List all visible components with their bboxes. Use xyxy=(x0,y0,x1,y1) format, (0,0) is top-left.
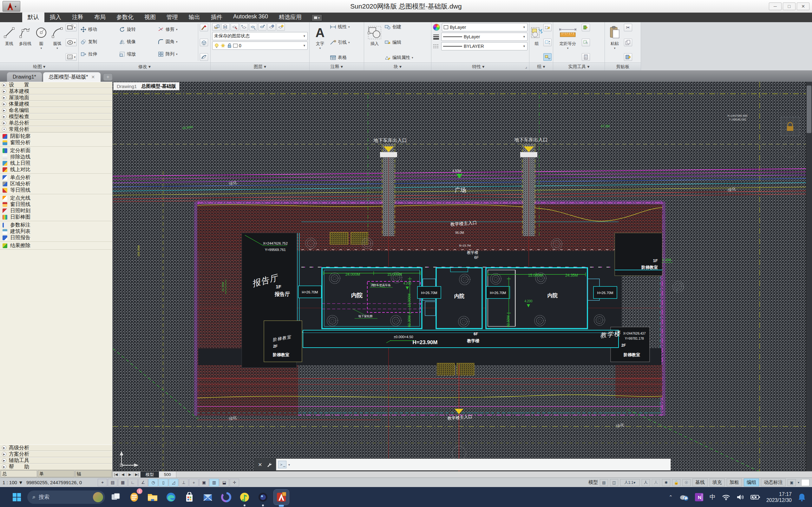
sidebar-item[interactable]: 区域分析 xyxy=(0,181,112,187)
arc-button[interactable]: 圆弧▾ xyxy=(50,23,65,61)
sidebar-item[interactable]: 建筑列表 xyxy=(0,228,112,234)
hatch-button[interactable]: ▾ xyxy=(66,53,77,61)
panel-label-properties[interactable]: 特性 ▾ ⌟ xyxy=(432,62,529,70)
scale-button[interactable]: 缩放 xyxy=(119,51,158,57)
text-button[interactable]: A 文字▾ xyxy=(311,23,329,61)
ribbon-tab-9[interactable]: Autodesk 360 xyxy=(228,12,273,22)
group-add-remove-icon[interactable] xyxy=(543,39,552,46)
table-button[interactable]: 表格 xyxy=(330,55,350,61)
touch-icon[interactable]: ☉ xyxy=(682,479,691,486)
layer-isolate-icon[interactable] xyxy=(249,23,257,31)
sidebar-item[interactable]: 结果擦除 xyxy=(0,242,112,249)
stretch-button[interactable]: 拉伸 xyxy=(80,51,119,57)
quick-view-drawings-icon[interactable]: ◫ xyxy=(610,479,618,486)
ribbon-tab-6[interactable]: 管理 xyxy=(161,12,183,22)
command-close-icon[interactable]: ✕ xyxy=(258,462,262,468)
mail-app-button[interactable] xyxy=(200,490,215,505)
panel-label-draw[interactable]: 绘图 ▾ xyxy=(0,62,78,70)
insert-block-button[interactable]: 插入 xyxy=(366,23,384,61)
sidebar-header[interactable]: ▶高级分析 xyxy=(0,445,112,451)
lineweight-icon[interactable] xyxy=(433,34,439,40)
autoscale-icon[interactable]: 人 xyxy=(652,479,660,486)
edge-browser-button[interactable] xyxy=(163,490,179,505)
ribbon-tab-7[interactable]: 输出 xyxy=(183,12,206,22)
trim-button[interactable]: 修剪▾ xyxy=(158,26,196,33)
sidebar-item[interactable]: 阴影轮廓 xyxy=(0,133,112,139)
mirror-button[interactable]: 镜像 xyxy=(119,39,158,45)
ribbon-tab-2[interactable]: 注释 xyxy=(67,12,89,22)
ribbon-tab-8[interactable]: 插件 xyxy=(206,12,228,22)
layer-dropdown[interactable]: 0 ▼ xyxy=(212,42,308,50)
paste-special-icon[interactable] xyxy=(624,53,632,61)
line-button[interactable]: 直线 xyxy=(2,23,17,61)
sidebar-header[interactable]: ▶基本建模 xyxy=(0,88,112,95)
panel-label-modify[interactable]: 修改 ▾ xyxy=(79,62,210,70)
layer-settings-icon[interactable] xyxy=(267,23,275,31)
ribbon-tab-5[interactable]: 视图 xyxy=(139,12,161,22)
bold-toggle[interactable]: 加粗 xyxy=(727,478,742,487)
linetype-dropdown[interactable]: BYLAYER▼ xyxy=(441,42,527,50)
sidebar-tab-radiation[interactable]: 辐 xyxy=(75,470,112,477)
tray-settings-icon[interactable]: ▣ xyxy=(788,479,796,486)
annotation-visibility-icon[interactable]: 人 xyxy=(642,479,650,486)
clean-screen-icon[interactable] xyxy=(801,479,809,486)
sidebar-item[interactable]: 等日照线 xyxy=(0,187,112,193)
layer-state-dropdown[interactable]: 未保存的图层状态▼ xyxy=(212,32,308,40)
copy-clip-icon[interactable] xyxy=(624,39,632,46)
canvas-tab-active[interactable]: 总图模型-基础版 xyxy=(141,83,176,89)
move-button[interactable]: 移动 xyxy=(80,26,119,33)
rectangle-button[interactable]: ▾ xyxy=(66,24,77,32)
panel-label-layers[interactable]: 图层 ▾ xyxy=(211,62,309,70)
object-color-dropdown[interactable]: ByLayer▼ xyxy=(442,23,527,32)
measure-button[interactable]: 定距等分▾ xyxy=(555,23,581,61)
file-tab-active[interactable]: 总图模型-基础版*✕ xyxy=(43,72,101,82)
sidebar-item[interactable]: 单点分析 xyxy=(0,174,112,181)
file-explorer-button[interactable] xyxy=(145,490,160,505)
quick-calc-select-icon[interactable] xyxy=(582,39,590,46)
taskbar-clock[interactable]: 17:17 2023/12/30 xyxy=(766,491,792,503)
wifi-icon[interactable] xyxy=(722,494,730,500)
leader-button[interactable]: 引线▾ xyxy=(330,39,350,46)
fillet-button[interactable]: 圆角▾ xyxy=(158,39,196,45)
quick-view-layouts-icon[interactable]: ▤ xyxy=(600,479,608,486)
sidebar-item[interactable]: 排除边线 xyxy=(0,154,112,160)
canvas-tab-drawing1[interactable]: Drawing1 xyxy=(117,83,137,89)
notification-bell-icon[interactable] xyxy=(798,493,806,501)
ellipse-button[interactable]: ▾ xyxy=(66,39,77,46)
panel-label-block[interactable]: 块 ▾ xyxy=(364,62,431,70)
last-layout-arrow[interactable]: ▶| xyxy=(134,472,141,476)
sidebar-tab-single[interactable]: 单 xyxy=(38,470,74,477)
status-menu-arrow[interactable]: ▾ xyxy=(798,481,799,484)
ribbon-tab-0[interactable]: 默认 xyxy=(22,12,44,22)
ime-indicator[interactable]: 中 xyxy=(710,493,716,501)
sidebar-item[interactable]: 日照报告 xyxy=(0,234,112,241)
file-tab-close-icon[interactable]: ✕ xyxy=(91,74,95,79)
calculator-icon[interactable] xyxy=(582,53,590,61)
drafting-toggle-1[interactable]: ▤ xyxy=(108,479,117,487)
unlock-icon[interactable]: 🔓 xyxy=(672,479,680,486)
layout-500-tab[interactable]: 500 xyxy=(159,471,176,478)
layer-match-icon[interactable] xyxy=(276,23,285,31)
linetype-icon[interactable] xyxy=(433,43,439,49)
close-button[interactable]: ✕ xyxy=(797,3,809,10)
array-button[interactable]: 阵列▾ xyxy=(158,51,196,57)
annotation-scale-button[interactable]: 人 1:1 ▾ xyxy=(620,479,640,486)
dynamic-dimension-toggle[interactable]: 动态标注 xyxy=(761,478,786,487)
color-wheel-icon[interactable] xyxy=(433,24,440,31)
task-view-button[interactable] xyxy=(108,490,123,505)
minimize-button[interactable]: ─ xyxy=(769,3,781,10)
group-button[interactable]: 组 xyxy=(531,23,542,61)
sidebar-header[interactable]: ▼常规分析 xyxy=(0,126,112,132)
sidebar-header[interactable]: ▶模型检查 xyxy=(0,113,112,120)
sidebar-item[interactable]: 线上对比 xyxy=(0,166,112,173)
sidebar-header[interactable]: ▶命名编组 xyxy=(0,107,112,113)
music-app-button[interactable] xyxy=(237,490,252,505)
battery-icon[interactable] xyxy=(751,494,760,500)
layer-freeze-icon[interactable] xyxy=(231,23,239,31)
ribbon-tab-3[interactable]: 布局 xyxy=(89,12,111,22)
next-layout-arrow[interactable]: ▶ xyxy=(126,472,134,476)
sidebar-header[interactable]: ▶帮 助 xyxy=(0,464,112,470)
sidebar-header[interactable]: ▶设 置 xyxy=(0,82,112,88)
sidebar-tab-total[interactable]: 总 xyxy=(1,470,37,477)
dimension-button[interactable]: 线性▾ xyxy=(330,24,350,30)
